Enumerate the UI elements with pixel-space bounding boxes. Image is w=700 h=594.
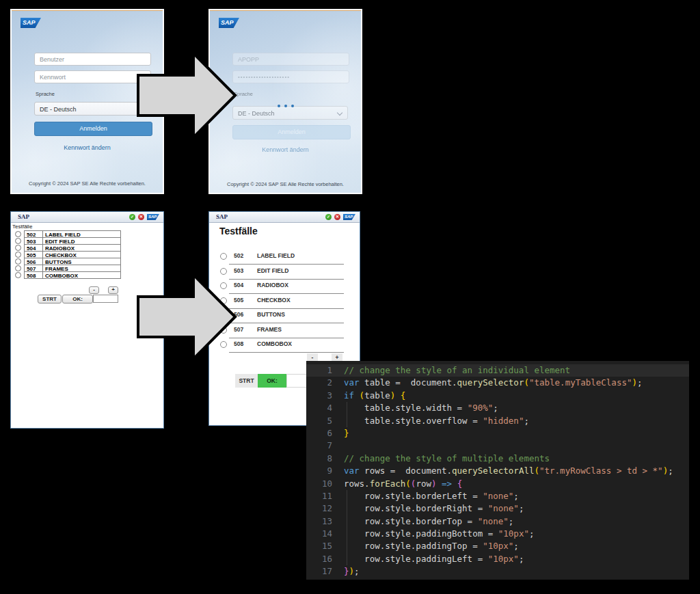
code-line: 9var rows = document.querySelectorAll("t… [306, 465, 689, 477]
cancel-icon[interactable]: ✕ [138, 214, 144, 220]
testcase-radio[interactable] [15, 231, 21, 237]
password-input[interactable] [34, 70, 151, 83]
continue-check-icon[interactable]: ✓ [129, 214, 135, 220]
language-select[interactable]: DE - Deutsch [34, 102, 150, 116]
strt-button[interactable]: STRT [38, 295, 62, 303]
code-line: 5 table.style.overflow = "hidden"; [306, 415, 689, 427]
line-number: 14 [306, 528, 344, 540]
line-number: 9 [306, 465, 344, 477]
sap-logo: SAP [147, 214, 159, 220]
minus-button[interactable]: - [89, 286, 99, 294]
testcase-code: 502 [234, 252, 243, 259]
testcase-label: LABEL FIELD [257, 252, 295, 259]
testcase-radio[interactable] [15, 238, 21, 244]
line-number: 3 [306, 390, 344, 402]
line-number: 5 [306, 415, 344, 427]
line-number: 6 [306, 427, 344, 440]
line-number: 16 [306, 553, 344, 565]
page-title: Testfälle [12, 224, 32, 230]
code-line: 8// change the style of multiple element… [306, 453, 689, 465]
sap-logo: SAP [343, 214, 355, 220]
code-line: 15 row.style.paddingTop = "10px"; [306, 540, 689, 552]
ok-button[interactable]: OK: [62, 295, 93, 303]
testcase-label: COMBOBOX [257, 340, 292, 347]
password-input[interactable] [232, 70, 349, 83]
line-number: 15 [306, 540, 344, 552]
plus-button[interactable]: + [108, 286, 118, 294]
testcase-label: EDIT FIELD [257, 267, 288, 274]
testcase-label: COMBOBOX [43, 271, 121, 279]
code-line: 7 [306, 440, 689, 452]
line-number: 11 [306, 490, 344, 502]
line-number: 1 [306, 364, 344, 377]
testcase-radio[interactable] [15, 252, 21, 258]
line-number: 8 [306, 453, 344, 465]
code-line: 11 row.style.borderLeft = "none"; [306, 490, 689, 502]
change-password-link[interactable]: Kennwort ändern [210, 146, 361, 153]
line-number: 10 [306, 478, 344, 490]
testcase-code: 508 [24, 271, 43, 279]
cancel-icon[interactable]: ✕ [334, 214, 340, 220]
gui-titlebar: SAP ✓ ✕ SAP [209, 212, 360, 223]
testcase-row: 502LABEL FIELD [209, 250, 360, 265]
code-line: 16 row.style.paddingLeft = "10px"; [306, 553, 689, 565]
code-line: 4 table.style.width = "90%"; [306, 402, 689, 414]
sap-logo: SAP [219, 18, 239, 28]
code-line: 13 row.style.borderTop = "none"; [306, 515, 689, 528]
testcase-row: 508COMBOBOX [14, 271, 121, 279]
line-number: 17 [306, 565, 344, 578]
ok-input[interactable] [93, 295, 118, 303]
code-line: 6} [306, 427, 689, 440]
testcase-radio[interactable] [15, 258, 21, 265]
code-line: 3if (table) { [306, 390, 689, 402]
testcase-label: BUTTONS [257, 311, 285, 318]
testcase-label: FRAMES [257, 326, 282, 333]
titlebar-text: SAP [216, 213, 228, 220]
username-input[interactable] [232, 53, 349, 66]
change-password-link[interactable]: Kennwort ändern [12, 144, 163, 151]
titlebar-text: SAP [18, 213, 29, 220]
testcase-label: CHECKBOX [257, 297, 291, 303]
ok-button[interactable]: OK: [258, 374, 286, 388]
gui-titlebar: SAP ✓ ✕ SAP [11, 212, 163, 223]
line-number: 4 [306, 402, 344, 414]
transform-arrow-icon [136, 272, 238, 362]
language-selected-value: DE - Deutsch [238, 110, 275, 117]
code-line: 10rows.forEach((row) => { [306, 478, 689, 490]
transform-arrow-icon [136, 51, 238, 140]
chevron-down-icon [337, 110, 342, 116]
code-line: 2var table = document.querySelector("tab… [306, 377, 689, 389]
code-editor: 1// change the style of an individual el… [306, 361, 689, 580]
line-number: 13 [306, 515, 344, 528]
testcase-radio[interactable] [15, 272, 21, 278]
code-line: 14 row.style.paddingBottom = "10px"; [306, 528, 689, 540]
continue-check-icon[interactable]: ✓ [325, 214, 332, 220]
copyright-text: Copyright © 2024 SAP SE Alle Rechte vorb… [12, 180, 163, 187]
username-input[interactable] [34, 53, 151, 66]
testcase-radio[interactable] [15, 265, 21, 271]
anmelden-button[interactable]: Anmelden [232, 125, 351, 139]
testcase-table: 502LABEL FIELD503EDIT FIELD504RADIOBOX50… [14, 230, 121, 279]
line-number: 12 [306, 502, 344, 515]
strt-button[interactable]: STRT [235, 374, 258, 388]
line-number: 2 [306, 377, 344, 389]
anmelden-button[interactable]: Anmelden [34, 122, 152, 136]
testcase-label: RADIOBOX [257, 282, 288, 288]
sap-logo: SAP [21, 18, 41, 28]
code-line: 1// change the style of an individual el… [306, 364, 689, 377]
code-line: 12 row.style.borderRight = "none"; [306, 502, 689, 515]
copyright-text: Copyright © 2024 SAP SE Alle Rechte vorb… [210, 181, 361, 187]
line-number: 7 [306, 440, 344, 452]
code-line: 17}); [306, 565, 689, 578]
testcase-radio[interactable] [15, 245, 21, 251]
language-selected-value: DE - Deutsch [40, 106, 77, 113]
testcase-radio[interactable] [220, 253, 227, 260]
language-label: Sprache [36, 91, 55, 97]
code-lines: 1// change the style of an individual el… [306, 364, 689, 578]
page-title: Testfälle [219, 226, 258, 237]
